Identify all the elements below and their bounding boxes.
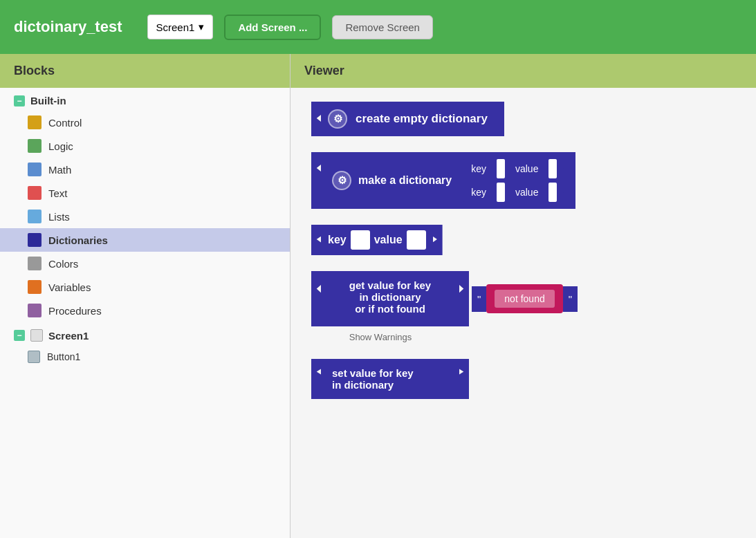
kv1-key-notch [497,159,505,178]
blocks-header: Blocks [0,54,290,88]
nf-close-quote-label: " [569,293,572,305]
sidebar-item-logic[interactable]: Logic [0,134,290,158]
header: dictoinary_test Screen1 ▾ Add Screen ...… [0,0,756,54]
mad-key-value-section: key value key value [463,152,575,209]
get-value-block[interactable]: get value for key in dictionary or if no… [311,271,469,326]
kv2-key-notch [497,183,505,202]
show-warnings-container: Show Warnings [311,329,735,345]
ced-left-connector [311,102,321,136]
kvs-right-connector [433,225,443,255]
kv1-val-label: value [507,159,546,178]
viewer-header: Viewer [291,54,756,88]
sidebar-item-text-label: Text [48,187,68,199]
math-color-icon [28,163,42,176]
kv-row-1: key value [463,159,569,178]
gvk-line3: or if not found [332,303,448,315]
sidebar-item-colors[interactable]: Colors [0,252,290,275]
sidebar-item-control-label: Control [48,117,82,129]
sidebar-item-colors-label: Colors [48,258,78,270]
svk-line2: in dictionary [332,379,448,391]
kv2-end-cap [559,183,569,202]
ced-body: ⚙ create empty dictionary [321,102,504,136]
sidebar-item-dictionaries[interactable]: Dictionaries [0,228,290,252]
kv2-key-label: key [463,183,495,202]
gvk-line2: in dictionary [332,291,448,303]
procedures-color-icon [28,304,42,317]
kvs-left-connector [311,225,321,255]
sidebar-item-dictionaries-label: Dictionaries [48,234,108,246]
control-color-icon [28,115,42,129]
kv-row-2: key value [463,183,569,202]
sidebar-item-logic-label: Logic [48,140,73,152]
screen1-collapse-icon[interactable]: − [14,330,25,341]
sidebar-item-lists-label: Lists [48,211,70,223]
svk-body: set value for key in dictionary [321,359,459,399]
kvs-val-label: value [374,234,403,246]
kv1-val-notch [548,159,557,178]
get-value-block-group[interactable]: get value for key in dictionary or if no… [311,271,735,345]
remove-screen-button[interactable]: Remove Screen [332,15,433,39]
button1-icon [28,351,40,363]
make-a-dictionary-block[interactable]: ⚙ make a dictionary key value [311,152,735,211]
variables-color-icon [28,280,42,294]
gvk-right-connector [459,271,469,326]
add-screen-button[interactable]: Add Screen ... [224,15,321,40]
nf-open-quote-label: " [477,293,481,305]
screen1-child-button1[interactable]: Button1 [0,346,290,368]
kv1-key-label: key [463,159,495,178]
viewer: Viewer ⚙ create empty dictionary ⚙ [291,54,756,538]
sidebar-item-math-label: Math [48,164,71,176]
builtin-label: Built-in [30,95,66,106]
kv2-val-label: value [507,183,546,202]
main-layout: Blocks − Built-in Control Logic Math Tex… [0,54,756,538]
svk-right-connector [459,359,469,399]
kv2-val-notch [548,183,557,202]
sidebar-item-variables[interactable]: Variables [0,275,290,299]
screen1-section-header[interactable]: − Screen1 [0,322,290,346]
kvs-val-notch [407,230,426,250]
dictionaries-color-icon [28,233,42,247]
mad-body: ⚙ make a dictionary [321,152,463,209]
set-value-block[interactable]: set value for key in dictionary [311,359,735,401]
kvs-key-label: key [328,234,347,246]
sidebar-item-text[interactable]: Text [0,181,290,205]
not-found-block[interactable]: " not found " [472,271,578,326]
create-empty-dict-label: create empty dictionary [356,112,488,126]
lists-color-icon [28,210,42,223]
viewer-content: ⚙ create empty dictionary ⚙ make a dicti… [291,88,756,415]
sidebar-item-variables-label: Variables [48,281,91,293]
logic-color-icon [28,139,42,153]
mad-left-connector [311,152,321,209]
nf-pink-container: not found [486,284,562,313]
nf-quote-open: " [472,286,486,312]
sidebar-item-control[interactable]: Control [0,111,290,134]
colors-color-icon [28,257,42,270]
text-color-icon [28,186,42,200]
screen1-label: Screen1 [48,330,89,342]
nf-quote-close: " [563,286,578,312]
kv1-end-cap [559,159,569,178]
screen-dropdown[interactable]: Screen1 ▾ [147,15,214,39]
screen1-color-icon [30,329,43,342]
screen-dropdown-arrow: ▾ [199,21,204,33]
builtin-collapse-icon[interactable]: − [14,95,25,106]
svk-left-connector [311,359,321,399]
button1-label: Button1 [47,351,80,362]
sidebar-item-math[interactable]: Math [0,158,290,181]
kvs-key-notch [351,230,370,250]
gvk-body: get value for key in dictionary or if no… [321,271,459,326]
app-title: dictoinary_test [14,18,122,36]
gear-icon: ⚙ [328,109,347,129]
screen-dropdown-label: Screen1 [156,21,195,33]
make-dict-label: make a dictionary [358,174,452,187]
sidebar-item-procedures[interactable]: Procedures [0,299,290,322]
show-warnings-button[interactable]: Show Warnings [311,329,450,345]
create-empty-dict-block[interactable]: ⚙ create empty dictionary [311,102,735,138]
sidebar: Blocks − Built-in Control Logic Math Tex… [0,54,291,538]
not-found-text: not found [495,290,554,308]
sidebar-item-lists[interactable]: Lists [0,205,290,228]
gvk-line1: get value for key [332,279,448,291]
key-value-standalone-block[interactable]: key value [311,225,735,257]
gvk-left-connector [311,271,321,326]
builtin-section-header[interactable]: − Built-in [0,88,290,111]
